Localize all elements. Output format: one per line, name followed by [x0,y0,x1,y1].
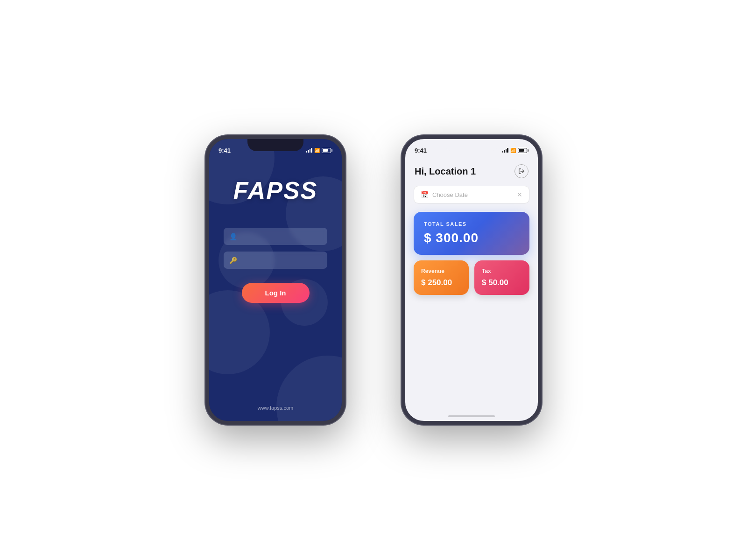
login-phone: 9:41 📶 FAPSS 👤 [205,135,345,425]
home-indicator [448,415,495,417]
login-content: FAPSS 👤 🔑 Log In [209,176,342,303]
signal-icon [502,148,508,153]
key-icon: 🔑 [229,257,237,264]
dash-cards: TOTAL SALES $ 300.00 Revenue $ 250.00 Ta… [405,206,538,301]
dash-header: Hi, Location 1 [405,158,538,183]
user-icon: 👤 [229,233,237,240]
sub-cards: Revenue $ 250.00 Tax $ 50.00 [414,260,529,295]
greeting-label: Hi, Location 1 [415,166,476,177]
battery-icon [322,148,333,153]
dashboard-notch [444,139,500,151]
total-sales-value: $ 300.00 [424,231,519,245]
revenue-label: Revenue [421,268,461,274]
app-logo: FAPSS [233,176,318,204]
date-placeholder: Choose Date [432,191,468,198]
app-url: www.fapss.com [258,405,293,411]
password-field-wrap: 🔑 [224,252,327,269]
total-sales-card: TOTAL SALES $ 300.00 [414,212,529,255]
login-screen: FAPSS 👤 🔑 Log In www.fapss.com [209,139,342,421]
deco-circle-3 [209,290,270,374]
login-fields: 👤 🔑 [224,228,327,269]
notch [247,139,303,151]
date-picker[interactable]: 📅 Choose Date ✕ [414,186,529,203]
login-button[interactable]: Log In [242,283,310,303]
dashboard-screen: Hi, Location 1 📅 Choose Date ✕ TOTAL SAL… [405,139,538,421]
total-sales-label: TOTAL SALES [424,221,519,227]
tax-value: $ 50.00 [482,278,522,287]
revenue-card: Revenue $ 250.00 [414,260,469,295]
wifi-icon: 📶 [510,148,516,153]
clear-date-icon[interactable]: ✕ [517,191,522,198]
calendar-icon: 📅 [421,191,429,198]
login-time: 9:41 [218,147,231,154]
dashboard-time: 9:41 [415,147,427,154]
tax-card: Tax $ 50.00 [474,260,529,295]
dashboard-phone: 9:41 📶 Hi, Location 1 [402,135,542,425]
battery-icon [518,148,529,153]
password-input[interactable] [224,252,327,269]
username-field-wrap: 👤 [224,228,327,245]
logout-button[interactable] [514,164,529,178]
dashboard-status-icons: 📶 [502,148,529,153]
revenue-value: $ 250.00 [421,278,461,287]
tax-label: Tax [482,268,522,274]
deco-circle-4 [276,356,342,421]
username-input[interactable] [224,228,327,245]
signal-icon [306,148,312,153]
date-picker-left: 📅 Choose Date [421,191,468,198]
wifi-icon: 📶 [314,148,320,153]
login-status-icons: 📶 [306,148,333,153]
